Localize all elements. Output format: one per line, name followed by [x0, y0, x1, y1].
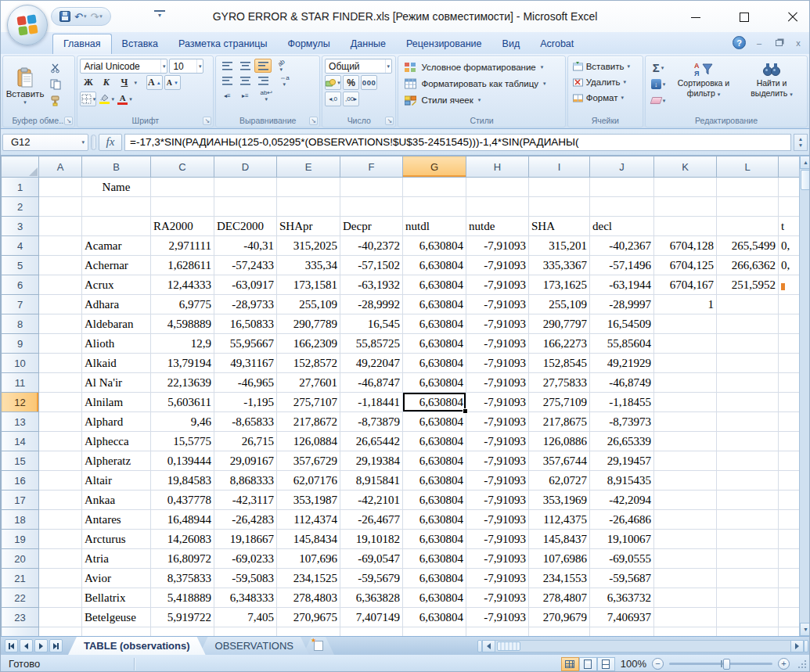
cell-H15[interactable]: -7,91093 — [466, 451, 529, 471]
cell-K4[interactable]: 6704,128 — [654, 236, 717, 256]
cell-H19[interactable]: -7,91093 — [466, 530, 529, 549]
cell-L4[interactable]: 265,5499 — [717, 236, 779, 256]
cell-partial-F[interactable] — [340, 627, 403, 637]
cell-M23[interactable] — [779, 608, 800, 627]
cell-G8[interactable]: 6,630804 — [403, 314, 466, 334]
cell-D13[interactable]: -8,65833 — [214, 412, 277, 432]
increase-indent-button[interactable]: ▸≡ — [236, 88, 254, 102]
cell-M12[interactable] — [779, 393, 800, 412]
cell-B19[interactable]: Arcturus — [82, 530, 151, 549]
save-button[interactable] — [59, 11, 70, 22]
column-header-F[interactable]: F — [340, 156, 403, 178]
cell-A5[interactable] — [39, 256, 82, 275]
tab-acrobat[interactable]: Acrobat — [530, 34, 584, 54]
cell-B23[interactable]: Betelgeuse — [82, 608, 151, 627]
cell-J14[interactable]: 26,65339 — [590, 432, 654, 451]
cell-F15[interactable]: 29,19384 — [340, 451, 403, 471]
cell-partial-G[interactable] — [403, 627, 466, 637]
row-header-6[interactable]: 6 — [2, 275, 39, 295]
cell-C22[interactable]: 5,418889 — [151, 588, 214, 608]
row-header-20[interactable]: 20 — [2, 549, 39, 569]
cell-L2[interactable] — [717, 197, 779, 217]
column-header-L[interactable]: L — [717, 156, 779, 178]
cell-F22[interactable]: 6,363828 — [340, 588, 403, 608]
cell-L6[interactable]: 251,5952 — [717, 275, 779, 295]
underline-dropdown-icon[interactable]: ▾ — [134, 80, 137, 86]
cell-G12[interactable]: 6,630804 — [403, 393, 466, 412]
cell-F1[interactable] — [340, 178, 403, 197]
cell-M20[interactable] — [779, 549, 800, 569]
font-color-button[interactable]: А▾ — [117, 92, 133, 106]
cell-C3[interactable]: RA2000 — [151, 217, 214, 236]
tab-вид[interactable]: Вид — [492, 34, 531, 54]
row-header-13[interactable]: 13 — [2, 412, 39, 432]
scroll-left-button[interactable] — [482, 640, 495, 652]
cell-L10[interactable] — [717, 354, 779, 373]
cell-E6[interactable]: 173,1581 — [277, 275, 340, 295]
help-button[interactable]: ? — [733, 36, 746, 49]
number-format-combo[interactable]: Общий▾ — [325, 59, 392, 74]
cell-B22[interactable]: Bellatrix — [82, 588, 151, 608]
column-header-A[interactable]: A — [39, 156, 82, 178]
cell-H3[interactable]: nutde — [466, 217, 529, 236]
zoom-level-label[interactable]: 100% — [621, 658, 646, 670]
cell-H13[interactable]: -7,91093 — [466, 412, 529, 432]
cell-H2[interactable] — [466, 197, 529, 217]
cell-D17[interactable]: -42,3117 — [214, 491, 277, 510]
scroll-up-button[interactable]: ▲ — [800, 156, 810, 169]
cell-B17[interactable]: Ankaa — [82, 491, 151, 510]
format-as-table-button[interactable]: Форматировать как таблицу▾ — [401, 75, 562, 92]
cell-J10[interactable]: 49,21929 — [590, 354, 654, 373]
cell-J2[interactable] — [590, 197, 654, 217]
cell-J1[interactable] — [590, 178, 654, 197]
cell-H9[interactable]: -7,91093 — [466, 334, 529, 354]
cell-E19[interactable]: 145,8434 — [277, 530, 340, 549]
cell-K12[interactable] — [654, 393, 717, 412]
row-header-partial[interactable] — [2, 627, 39, 637]
cell-G16[interactable]: 6,630804 — [403, 471, 466, 491]
cell-M13[interactable] — [779, 412, 800, 432]
cell-F18[interactable]: -26,4677 — [340, 510, 403, 530]
redo-button[interactable]: ↷▾ — [90, 11, 102, 23]
cell-M16[interactable] — [779, 471, 800, 491]
insert-cells-button[interactable]: Вставить▾ — [571, 59, 640, 74]
cell-C16[interactable]: 19,84583 — [151, 471, 214, 491]
sheet-tab-table-observations[interactable]: TABLE (observations) — [68, 637, 206, 655]
cell-H5[interactable]: -7,91093 — [466, 256, 529, 275]
cell-E23[interactable]: 270,9675 — [277, 608, 340, 627]
cell-F8[interactable]: 16,545 — [340, 314, 403, 334]
cell-K11[interactable] — [654, 373, 717, 393]
cell-K16[interactable] — [654, 471, 717, 491]
align-bottom-button[interactable] — [254, 59, 272, 73]
cell-B21[interactable]: Avior — [82, 569, 151, 588]
cell-K10[interactable] — [654, 354, 717, 373]
cell-F2[interactable] — [340, 197, 403, 217]
cell-J12[interactable]: -1,18455 — [590, 393, 654, 412]
cell-B15[interactable]: Alpheratz — [82, 451, 151, 471]
cell-M5[interactable]: 0, — [779, 256, 800, 275]
cell-I12[interactable]: 275,7109 — [529, 393, 590, 412]
cell-E4[interactable]: 315,2025 — [277, 236, 340, 256]
cell-partial-L[interactable] — [717, 627, 779, 637]
cell-B6[interactable]: Acrux — [82, 275, 151, 295]
cell-I16[interactable]: 62,0727 — [529, 471, 590, 491]
row-header-22[interactable]: 22 — [2, 588, 39, 608]
workbook-restore-button[interactable] — [772, 38, 785, 49]
cell-J3[interactable]: decl — [590, 217, 654, 236]
cell-H16[interactable]: -7,91093 — [466, 471, 529, 491]
cell-F21[interactable]: -59,5679 — [340, 569, 403, 588]
cell-A12[interactable] — [39, 393, 82, 412]
cell-G18[interactable]: 6,630804 — [403, 510, 466, 530]
cell-H8[interactable]: -7,91093 — [466, 314, 529, 334]
cell-A20[interactable] — [39, 549, 82, 569]
cell-D14[interactable]: 26,715 — [214, 432, 277, 451]
cell-J22[interactable]: 6,363732 — [590, 588, 654, 608]
cell-C9[interactable]: 12,9 — [151, 334, 214, 354]
cell-F19[interactable]: 19,10182 — [340, 530, 403, 549]
copy-button[interactable] — [47, 77, 63, 92]
cell-M11[interactable] — [779, 373, 800, 393]
row-header-18[interactable]: 18 — [2, 510, 39, 530]
cell-G4[interactable]: 6,630804 — [403, 236, 466, 256]
cell-I8[interactable]: 290,7797 — [529, 314, 590, 334]
cell-G21[interactable]: 6,630804 — [403, 569, 466, 588]
